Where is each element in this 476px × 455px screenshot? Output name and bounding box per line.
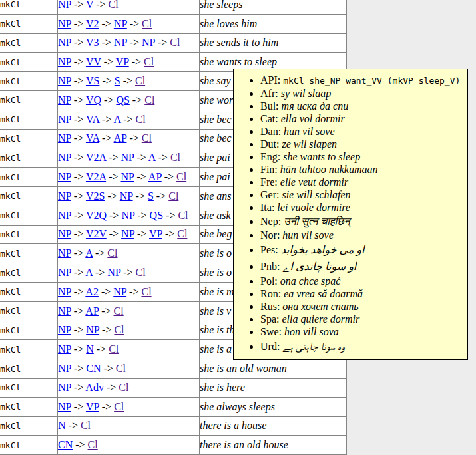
category-link-np[interactable]: NP: [58, 210, 71, 221]
category-link-qs[interactable]: QS: [116, 94, 129, 106]
type-rule-cell: NP -> V2S -> NP -> S -> Cl: [58, 186, 200, 206]
category-link-vp[interactable]: VP: [149, 228, 162, 239]
category-link-v2[interactable]: V2: [86, 18, 99, 29]
category-link-np[interactable]: NP: [58, 0, 71, 10]
category-link-va[interactable]: VA: [86, 114, 99, 125]
category-link-cl[interactable]: Cl: [141, 286, 151, 297]
category-link-np[interactable]: NP: [58, 56, 71, 67]
category-link-v2q[interactable]: V2Q: [86, 210, 107, 221]
category-link-cl[interactable]: Cl: [176, 171, 186, 182]
category-link-vp[interactable]: VP: [116, 56, 129, 67]
category-link-cl[interactable]: Cl: [142, 132, 152, 144]
category-link-cl[interactable]: Cl: [142, 18, 152, 29]
category-link-a[interactable]: A: [114, 114, 121, 125]
category-link-v2v[interactable]: V2V: [86, 228, 107, 239]
category-link-np[interactable]: NP: [58, 363, 71, 374]
category-link-cl[interactable]: Cl: [170, 152, 180, 163]
arrow-separator: ->: [154, 190, 168, 202]
category-link-a[interactable]: A: [85, 247, 93, 259]
category-link-np[interactable]: NP: [121, 210, 134, 221]
category-link-v3[interactable]: V3: [86, 37, 99, 48]
category-link-np[interactable]: NP: [58, 343, 71, 355]
category-link-v2a[interactable]: V2A: [86, 152, 106, 163]
category-link-adv[interactable]: Adv: [85, 382, 104, 393]
category-link-np[interactable]: NP: [107, 267, 120, 278]
category-link-cl[interactable]: Cl: [116, 363, 126, 374]
category-link-np[interactable]: NP: [58, 247, 71, 259]
function-name-cell: mkCl: [0, 186, 58, 206]
category-link-cl[interactable]: Cl: [168, 190, 178, 202]
category-link-ap[interactable]: AP: [85, 305, 99, 317]
category-link-ap[interactable]: AP: [148, 171, 162, 182]
category-link-a[interactable]: A: [85, 267, 93, 278]
category-link-np[interactable]: NP: [142, 37, 155, 48]
type-rule-cell: NP -> VV -> VP -> Cl: [58, 53, 200, 72]
category-link-np[interactable]: NP: [86, 324, 99, 335]
category-link-np[interactable]: NP: [58, 401, 71, 412]
category-link-cl[interactable]: Cl: [114, 401, 124, 412]
category-link-np[interactable]: NP: [113, 286, 126, 297]
category-link-np[interactable]: NP: [58, 267, 71, 278]
category-link-np[interactable]: NP: [120, 190, 133, 202]
category-link-cl[interactable]: Cl: [119, 382, 128, 393]
category-link-cl[interactable]: Cl: [109, 0, 119, 10]
category-link-np[interactable]: NP: [58, 37, 71, 48]
category-link-cl[interactable]: Cl: [135, 75, 145, 86]
category-link-np[interactable]: NP: [121, 171, 134, 182]
category-link-cl[interactable]: Cl: [81, 420, 91, 431]
category-link-np[interactable]: NP: [58, 171, 71, 182]
function-name-cell: mkCl: [0, 263, 58, 283]
example-sentence-cell: she is an old woman: [200, 359, 347, 379]
category-link-va[interactable]: VA: [86, 132, 99, 144]
category-link-np[interactable]: NP: [58, 94, 71, 106]
category-link-vs[interactable]: VS: [86, 75, 99, 86]
category-link-np[interactable]: NP: [58, 190, 71, 202]
category-link-np[interactable]: NP: [58, 18, 71, 29]
category-link-cn[interactable]: CN: [58, 439, 73, 450]
category-link-np[interactable]: NP: [58, 132, 71, 144]
category-link-cl[interactable]: Cl: [177, 228, 187, 239]
category-link-cl[interactable]: Cl: [144, 56, 154, 67]
category-link-cl[interactable]: Cl: [136, 267, 146, 278]
category-link-v2a[interactable]: V2A: [86, 171, 106, 182]
category-link-cl[interactable]: Cl: [144, 94, 154, 106]
category-link-np[interactable]: NP: [58, 228, 71, 239]
category-link-np[interactable]: NP: [58, 324, 71, 335]
category-link-np[interactable]: NP: [114, 37, 127, 48]
translation-popup: API: mkCl she_NP want_VV (mkVP sleep_V)A…: [233, 69, 468, 360]
category-link-ap[interactable]: AP: [114, 132, 127, 144]
category-link-np[interactable]: NP: [121, 152, 134, 163]
category-link-s[interactable]: S: [148, 190, 154, 202]
category-link-s[interactable]: S: [115, 75, 120, 86]
category-link-vv[interactable]: VV: [86, 56, 101, 67]
category-link-cl[interactable]: Cl: [109, 343, 119, 355]
category-link-cl[interactable]: Cl: [178, 210, 188, 221]
category-link-np[interactable]: NP: [58, 286, 71, 297]
category-link-qs[interactable]: QS: [150, 210, 163, 221]
category-link-np[interactable]: NP: [58, 75, 71, 86]
category-link-v[interactable]: V: [86, 0, 93, 10]
category-link-vq[interactable]: VQ: [86, 94, 101, 106]
language-label: Urd:: [260, 341, 280, 352]
category-link-np[interactable]: NP: [114, 18, 127, 29]
example-sentence-cell: there is an old house: [200, 436, 347, 455]
category-link-cl[interactable]: Cl: [107, 247, 117, 259]
category-link-np[interactable]: NP: [58, 382, 71, 393]
category-link-n[interactable]: N: [58, 420, 66, 431]
category-link-cl[interactable]: Cl: [88, 439, 98, 450]
category-link-n[interactable]: N: [86, 343, 94, 355]
category-link-a2[interactable]: A2: [85, 286, 99, 297]
category-link-np[interactable]: NP: [58, 152, 71, 163]
category-link-cl[interactable]: Cl: [114, 305, 124, 317]
category-link-np[interactable]: NP: [58, 305, 71, 317]
category-link-v2s[interactable]: V2S: [86, 190, 105, 202]
category-link-np[interactable]: NP: [121, 228, 134, 239]
category-link-np[interactable]: NP: [58, 114, 71, 125]
category-link-cl[interactable]: Cl: [170, 37, 180, 48]
category-link-cl[interactable]: Cl: [136, 114, 146, 125]
category-link-vp[interactable]: VP: [86, 401, 99, 412]
category-link-cn[interactable]: CN: [86, 363, 101, 374]
function-name-cell: mkCl: [0, 301, 58, 321]
category-link-a[interactable]: A: [148, 152, 156, 163]
category-link-cl[interactable]: Cl: [114, 324, 124, 335]
